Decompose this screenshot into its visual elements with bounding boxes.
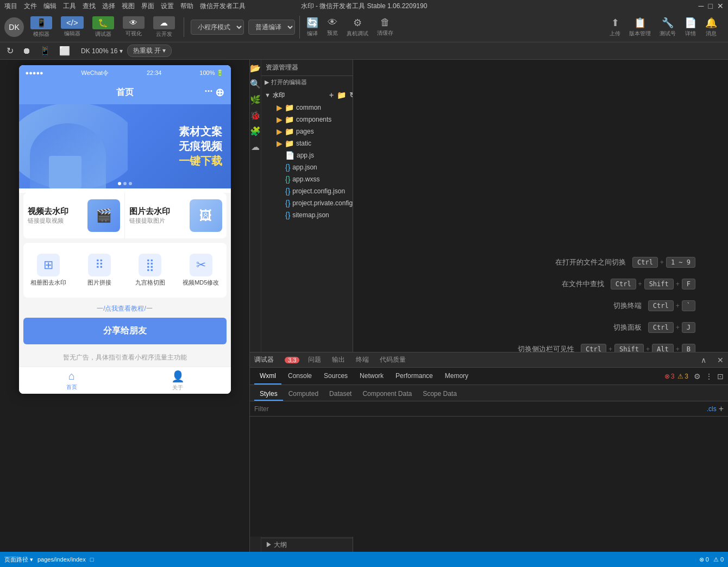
file-sitemap[interactable]: {}sitemap.json bbox=[261, 209, 353, 221]
menu-item-settings[interactable]: 设置 bbox=[161, 2, 174, 11]
project-section[interactable]: ▼ 水印 + 📁 ↻ ⊟ bbox=[261, 89, 353, 102]
user-avatar[interactable]: DK bbox=[4, 17, 24, 37]
tool-collage[interactable]: ⠿ 图片拼接 bbox=[74, 249, 125, 291]
close-button[interactable]: ✕ bbox=[717, 2, 724, 10]
cloud-nav-icon[interactable]: ☁ bbox=[251, 142, 260, 152]
panel-icon[interactable]: ⊡ bbox=[717, 372, 724, 381]
devtab-memory[interactable]: Memory bbox=[440, 368, 474, 385]
debug-icon[interactable]: 🐞 bbox=[250, 110, 261, 121]
tab-home[interactable]: ⌂ 首页 bbox=[19, 367, 125, 394]
minimize-button[interactable]: ─ bbox=[699, 2, 704, 10]
refresh-button[interactable]: ↻ bbox=[4, 45, 16, 57]
style-tab-styles[interactable]: Styles bbox=[254, 388, 283, 401]
zoom-level[interactable]: DK 100% 16 ▾ bbox=[81, 47, 123, 55]
status-warn[interactable]: ⚠ 0 bbox=[713, 556, 724, 563]
service-video[interactable]: 视频去水印 链接提取视频 🎬 bbox=[23, 193, 125, 238]
new-file-icon[interactable]: + bbox=[329, 91, 334, 99]
service-image[interactable]: 图片去水印 链接提取图片 🖼 bbox=[125, 193, 227, 238]
menu-item-help[interactable]: 帮助 bbox=[180, 2, 193, 11]
upload-button[interactable]: ⬆ 上传 bbox=[607, 16, 623, 39]
file-projectprivate[interactable]: {}project.private.config.js... bbox=[261, 197, 353, 209]
hot-reload-button[interactable]: 热重载 开 ▾ bbox=[127, 45, 172, 57]
phone-button[interactable]: 📱 bbox=[37, 45, 53, 57]
new-folder-icon[interactable]: 📁 bbox=[337, 91, 346, 99]
editor-button[interactable]: </> 编辑器 bbox=[59, 15, 86, 39]
test-button[interactable]: 🔧 测试号 bbox=[657, 16, 678, 39]
devtab-performance[interactable]: Performance bbox=[390, 368, 438, 385]
filter-input[interactable] bbox=[254, 405, 707, 413]
maximize-button[interactable]: □ bbox=[708, 2, 713, 10]
compile-select[interactable]: 普通编译 bbox=[248, 20, 295, 35]
message-button[interactable]: 🔔 消息 bbox=[703, 16, 719, 39]
menu-item-wechat[interactable]: 微信开发者工具 bbox=[200, 2, 246, 11]
style-tab-scope-data[interactable]: Scope Data bbox=[417, 388, 462, 401]
page-icon[interactable]: □ bbox=[90, 556, 94, 563]
devtab-sources[interactable]: Sources bbox=[318, 368, 353, 385]
menu-bar[interactable]: 项目 文件 编辑 工具 查找 选择 视图 界面 设置 帮助 微信开发者工具 bbox=[4, 2, 246, 11]
style-tab-component-data[interactable]: Component Data bbox=[357, 388, 417, 401]
search-icon[interactable]: 🔍 bbox=[250, 79, 261, 89]
git-icon[interactable]: 🌿 bbox=[250, 94, 261, 105]
menu-item-view[interactable]: 视图 bbox=[122, 2, 135, 11]
outline-section[interactable]: ▶ 大纲 bbox=[261, 538, 353, 552]
debug-tab-code-quality[interactable]: 代码质量 bbox=[378, 355, 408, 364]
mode-select[interactable]: 小程序模式 bbox=[191, 20, 244, 35]
file-common[interactable]: ▶📁common bbox=[261, 102, 353, 114]
refresh-icon[interactable]: ↻ bbox=[349, 91, 353, 99]
tool-album[interactable]: ⊞ 相册图去水印 bbox=[23, 249, 74, 291]
debug-collapse-icon[interactable]: ∧ bbox=[701, 356, 706, 364]
vis-button[interactable]: 👁 可视化 bbox=[121, 15, 147, 39]
cloud-button[interactable]: ☁ 云开发 bbox=[151, 15, 177, 39]
menu-item-find[interactable]: 查找 bbox=[83, 2, 96, 11]
phone-nav-bar: 首页 ··· ⊕ bbox=[19, 80, 231, 104]
style-tab-dataset[interactable]: Dataset bbox=[324, 388, 357, 401]
menu-item-interface[interactable]: 界面 bbox=[141, 2, 154, 11]
tab-about[interactable]: 👤 关于 bbox=[125, 367, 231, 394]
style-tab-computed[interactable]: Computed bbox=[283, 388, 324, 401]
window-controls[interactable]: ─ □ ✕ bbox=[699, 2, 724, 10]
file-pages[interactable]: ▶📁pages bbox=[261, 125, 353, 137]
real-machine-button[interactable]: ⚙ 真机调试 bbox=[344, 16, 371, 39]
page-path-label[interactable]: 页面路径 ▾ bbox=[4, 556, 33, 564]
preview-button[interactable]: 👁 预览 bbox=[325, 16, 340, 38]
settings-icon[interactable]: ⚙ bbox=[694, 372, 701, 381]
file-components[interactable]: ▶📁components bbox=[261, 114, 353, 125]
explorer-icon[interactable]: 📂 bbox=[250, 63, 261, 73]
share-button[interactable]: 分享给朋友 bbox=[23, 318, 227, 344]
status-error[interactable]: ⊗ 0 bbox=[699, 556, 709, 563]
debug-tab-terminal[interactable]: 终端 bbox=[354, 355, 371, 364]
menu-item-select[interactable]: 选择 bbox=[102, 2, 115, 11]
clear-cache-button[interactable]: 🗑 清缓存 bbox=[375, 16, 396, 38]
more-icon[interactable]: ⋮ bbox=[705, 372, 713, 381]
extensions-icon[interactable]: 🧩 bbox=[250, 126, 261, 136]
debugger-button[interactable]: 🐛 调试器 bbox=[90, 15, 116, 39]
menu-item-edit[interactable]: 编辑 bbox=[43, 2, 57, 11]
tool-md5[interactable]: ✂ 视频MD5修改 bbox=[175, 249, 227, 291]
simulator-button[interactable]: 📱 模拟器 bbox=[28, 15, 54, 39]
file-appjs[interactable]: 📄app.js bbox=[261, 149, 353, 161]
add-rule-button[interactable]: + bbox=[719, 404, 724, 414]
file-appwxss[interactable]: {}app.wxss bbox=[261, 173, 353, 185]
devtab-network[interactable]: Network bbox=[354, 368, 389, 385]
detail-button[interactable]: 📄 详情 bbox=[682, 16, 699, 39]
record-button[interactable]: ⏺ bbox=[20, 45, 33, 57]
tablet-button[interactable]: ⬜ bbox=[57, 45, 72, 57]
menu-item-project[interactable]: 项目 bbox=[4, 2, 17, 11]
tutorial-link[interactable]: 一/点我查看教程/一 bbox=[19, 302, 231, 318]
devtab-console[interactable]: Console bbox=[283, 368, 317, 385]
open-editors-section[interactable]: ▶ 打开的编辑器 bbox=[261, 76, 353, 89]
debug-close-icon[interactable]: ✕ bbox=[717, 356, 724, 364]
file-projectconfig[interactable]: {}project.config.json bbox=[261, 185, 353, 197]
menu-item-file[interactable]: 文件 bbox=[24, 2, 37, 11]
debug-tab-issues[interactable]: 问题 bbox=[306, 355, 323, 364]
menu-item-tools[interactable]: 工具 bbox=[63, 2, 76, 11]
version-button[interactable]: 📋 版本管理 bbox=[627, 16, 653, 39]
page-path-value[interactable]: pages/index/index bbox=[37, 556, 86, 563]
compile-button[interactable]: 🔄 编译 bbox=[304, 16, 321, 39]
tool-grid[interactable]: ⣿ 九宫格切图 bbox=[125, 249, 176, 291]
file-static[interactable]: ▶📁static bbox=[261, 137, 353, 149]
file-appjson[interactable]: {}app.json bbox=[261, 161, 353, 173]
cls-button[interactable]: .cls bbox=[707, 405, 717, 413]
debug-tab-output[interactable]: 输出 bbox=[330, 355, 347, 364]
devtab-wxml[interactable]: Wxml bbox=[254, 368, 281, 385]
